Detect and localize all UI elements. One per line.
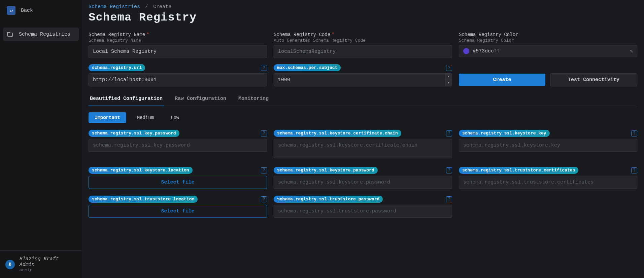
- action-buttons: Create Test Connectivity: [459, 73, 637, 86]
- help-icon[interactable]: ?: [631, 130, 637, 136]
- config-item: schema.registry.ssl.keystore.key?: [459, 130, 637, 160]
- sidebar-user[interactable]: B Blazing Kraft Admin admin: [0, 250, 82, 278]
- config-item: schema.registry.ssl.truststore.location?…: [89, 196, 267, 218]
- prop-badge: schema.registry.ssl.truststore.certifica…: [459, 167, 578, 174]
- config-item: schema.registry.ssl.keystore.location?Se…: [89, 167, 267, 189]
- number-steppers: ▲ ▼: [445, 74, 452, 86]
- breadcrumb-link[interactable]: Schema Registries: [89, 4, 140, 10]
- help-icon[interactable]: ?: [261, 130, 267, 136]
- field-name: Schema Registry Name* Schema Registry Na…: [89, 32, 267, 58]
- sidebar-item-schema-registries[interactable]: Schema Registries: [3, 28, 79, 41]
- user-sub: admin: [20, 268, 76, 273]
- sidebar-nav: Schema Registries: [3, 28, 79, 41]
- pill-important[interactable]: Important: [89, 112, 126, 123]
- config-item: schema.registry.ssl.keystore.certificate…: [274, 130, 452, 160]
- tab-raw[interactable]: Raw Configuration: [173, 92, 228, 106]
- sidebar-top: ↵ Back Schema Registries: [0, 0, 82, 44]
- importance-pills: Important Medium Low: [89, 112, 637, 123]
- field-code: Schema Registry Code* Auto Generated Sch…: [274, 32, 452, 58]
- help-icon[interactable]: ?: [261, 196, 267, 202]
- config-grid: schema.registry.ssl.key.password?schema.…: [89, 130, 637, 218]
- user-name: Blazing Kraft Admin: [20, 256, 76, 268]
- required-asterisk: *: [332, 32, 334, 37]
- prop-badge-max-schemas: max.schemas.per.subject: [274, 64, 341, 71]
- create-button[interactable]: Create: [459, 74, 545, 86]
- config-item: schema.registry.ssl.keystore.password?: [274, 167, 452, 189]
- config-input[interactable]: [89, 139, 267, 152]
- config-item: schema.registry.ssl.truststore.certifica…: [459, 167, 637, 189]
- prop-url: schema.registry.url ?: [89, 64, 267, 86]
- prop-badge: schema.registry.ssl.truststore.location: [89, 196, 198, 203]
- prop-badge: schema.registry.ssl.keystore.key: [459, 130, 550, 137]
- back-link[interactable]: ↵ Back: [3, 3, 79, 17]
- color-value: #573dccff: [473, 48, 627, 54]
- help-icon[interactable]: ?: [446, 167, 452, 173]
- tab-monitoring[interactable]: Monitoring: [237, 92, 270, 106]
- step-down-button[interactable]: ▼: [445, 80, 452, 86]
- select-file-button[interactable]: Select file: [89, 176, 267, 189]
- prop-badge-url: schema.registry.url: [89, 64, 145, 71]
- color-input[interactable]: #573dccff ✎: [459, 45, 637, 57]
- breadcrumb: Schema Registries / Create: [89, 4, 637, 10]
- tab-beautified[interactable]: Beautified Configuration: [89, 92, 164, 106]
- help-icon[interactable]: ?: [446, 130, 452, 136]
- back-label: Back: [21, 8, 33, 13]
- field-desc-name: Schema Registry Name: [89, 38, 267, 43]
- page-title: Schema Registry: [89, 11, 637, 24]
- prop-max-schemas: max.schemas.per.subject ? ▲ ▼: [274, 64, 452, 86]
- help-icon[interactable]: ?: [261, 65, 267, 71]
- form-row-2: schema.registry.url ? max.schemas.per.su…: [89, 64, 637, 86]
- prop-badge: schema.registry.ssl.truststore.password: [274, 196, 383, 203]
- help-icon[interactable]: ?: [631, 167, 637, 173]
- config-item: schema.registry.ssl.key.password?: [89, 130, 267, 160]
- form-row-1: Schema Registry Name* Schema Registry Na…: [89, 32, 637, 58]
- test-connectivity-button[interactable]: Test Connectivity: [550, 73, 637, 86]
- required-asterisk: *: [146, 32, 149, 37]
- main-content: Schema Registries / Create Schema Regist…: [82, 0, 644, 278]
- help-icon[interactable]: ?: [446, 65, 452, 71]
- back-arrow-icon: ↵: [7, 6, 15, 15]
- field-color: Schema Registry Color Schema Registry Co…: [459, 32, 637, 58]
- breadcrumb-sep: /: [145, 4, 148, 10]
- help-icon[interactable]: ?: [446, 196, 452, 202]
- help-icon[interactable]: ?: [261, 167, 267, 173]
- pill-low[interactable]: Low: [165, 112, 185, 123]
- config-input[interactable]: [459, 139, 637, 152]
- prop-badge: schema.registry.ssl.keystore.certificate…: [274, 130, 401, 137]
- config-tabs: Beautified Configuration Raw Configurati…: [89, 92, 637, 106]
- code-input[interactable]: [274, 45, 452, 58]
- config-input[interactable]: [459, 176, 637, 189]
- url-input[interactable]: [89, 73, 267, 86]
- sidebar-item-label: Schema Registries: [19, 32, 70, 37]
- config-item: schema.registry.ssl.truststore.password?: [274, 196, 452, 218]
- pill-medium[interactable]: Medium: [131, 112, 160, 123]
- avatar: B: [5, 260, 15, 269]
- number-wrap: ▲ ▼: [274, 73, 452, 86]
- field-label-code: Schema Registry Code*: [274, 32, 452, 37]
- prop-badge: schema.registry.ssl.keystore.location: [89, 167, 193, 174]
- folder-icon: [7, 31, 13, 38]
- field-label-name: Schema Registry Name*: [89, 32, 267, 37]
- field-label-color: Schema Registry Color: [459, 32, 637, 37]
- config-textarea[interactable]: [274, 139, 452, 158]
- pencil-icon[interactable]: ✎: [630, 48, 633, 54]
- name-input[interactable]: [89, 45, 267, 58]
- user-info: Blazing Kraft Admin admin: [20, 256, 76, 273]
- prop-badge: schema.registry.ssl.keystore.password: [274, 167, 378, 174]
- field-desc-color: Schema Registry Color: [459, 38, 637, 43]
- prop-badge: schema.registry.ssl.key.password: [89, 130, 179, 137]
- color-swatch-icon: [463, 48, 469, 54]
- select-file-button[interactable]: Select file: [89, 205, 267, 218]
- step-up-button[interactable]: ▲: [445, 74, 452, 80]
- field-desc-code: Auto Generated Schema Registry Code: [274, 38, 452, 43]
- breadcrumb-current: Create: [153, 4, 171, 10]
- config-input[interactable]: [274, 176, 452, 189]
- sidebar: ↵ Back Schema Registries B Blazing Kraft…: [0, 0, 82, 278]
- max-schemas-input[interactable]: [274, 73, 452, 86]
- config-input[interactable]: [274, 205, 452, 218]
